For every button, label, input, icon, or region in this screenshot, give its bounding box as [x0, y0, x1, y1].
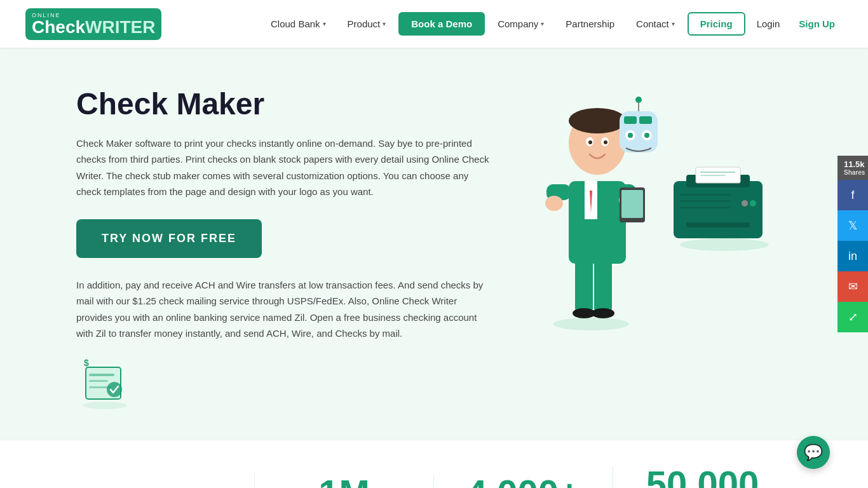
svg-point-34 [569, 108, 626, 133]
svg-point-43 [628, 133, 633, 138]
main-content: Check Maker Check Maker software to prin… [0, 48, 868, 440]
svg-point-23 [592, 308, 614, 318]
stats-section: Online Check Writer Key figures 1M Users… [0, 440, 868, 488]
email-icon: ✉ [848, 280, 858, 294]
svg-point-37 [588, 140, 592, 144]
chat-icon: 💬 [804, 444, 823, 461]
hero-body-text: In addition, pay and receive ACH and Wir… [76, 277, 489, 342]
logo[interactable]: ONLINE Check WRITER [25, 8, 161, 40]
nav-item-pricing[interactable]: Pricing [688, 12, 745, 36]
svg-point-47 [635, 97, 642, 103]
share-count: 11.5k Shares [837, 156, 868, 180]
svg-point-38 [604, 140, 607, 144]
svg-rect-20 [575, 257, 593, 315]
chevron-down-icon: ▾ [323, 20, 326, 27]
page-title: Check Maker [76, 86, 489, 123]
twitter-share-button[interactable]: 𝕏 [837, 210, 868, 241]
nav-login-button[interactable]: Login [749, 13, 788, 34]
social-share-sidebar: 11.5k Shares f 𝕏 in ✉ ⤢ [837, 156, 868, 332]
stat-customers: 4,000+ New Customers a Week [433, 475, 613, 488]
nav-item-contact[interactable]: Contact ▾ [627, 13, 684, 34]
svg-rect-32 [621, 190, 643, 218]
stat-number-users: 1M [268, 475, 421, 488]
nav-item-cloud-bank[interactable]: Cloud Bank ▾ [262, 13, 335, 34]
svg-point-14 [750, 200, 756, 207]
svg-point-15 [742, 200, 748, 207]
chevron-down-icon: ▾ [383, 20, 386, 27]
svg-rect-21 [594, 257, 612, 315]
svg-point-0 [83, 402, 127, 409]
logo-check-text: Check [32, 18, 85, 36]
printer-illustration [661, 143, 775, 251]
svg-rect-17 [680, 200, 731, 202]
hero-intro-text: Check Maker software to print your check… [76, 135, 489, 200]
svg-point-45 [644, 133, 649, 138]
svg-rect-40 [624, 116, 637, 124]
svg-rect-41 [639, 116, 652, 124]
twitter-icon: 𝕏 [848, 219, 858, 233]
try-now-button[interactable]: TRY NOW FOR FREE [76, 219, 262, 258]
share-icon: ⤢ [848, 310, 858, 324]
svg-point-29 [545, 196, 563, 211]
email-share-button[interactable]: ✉ [837, 271, 868, 302]
svg-rect-12 [700, 175, 726, 176]
logo-writer-text: WRITER [85, 18, 155, 36]
svg-rect-2 [89, 374, 114, 376]
svg-rect-13 [686, 222, 750, 227]
chevron-down-icon: ▾ [541, 20, 544, 27]
svg-point-19 [553, 318, 629, 330]
svg-point-7 [680, 238, 769, 251]
linkedin-icon: in [848, 250, 857, 263]
svg-rect-18 [680, 207, 731, 208]
chat-bubble-button[interactable]: 💬 [797, 436, 830, 469]
nav-item-product[interactable]: Product ▾ [339, 13, 395, 34]
nav-item-book-demo[interactable]: Book a Demo [398, 12, 485, 36]
nav-item-partnership[interactable]: Partnership [557, 13, 623, 34]
stat-number-customers: 4,000+ [447, 475, 600, 488]
svg-text:$: $ [84, 358, 89, 368]
svg-rect-3 [89, 380, 108, 382]
svg-point-5 [107, 382, 122, 397]
check-icon-decoration: $ [76, 355, 489, 414]
navigation: ONLINE Check WRITER Cloud Bank ▾ Product… [0, 0, 868, 48]
hero-left: Check Maker Check Maker software to prin… [76, 86, 489, 414]
stat-third: 50,000 + [613, 466, 792, 488]
check-writing-icon: $ [76, 355, 133, 412]
hero-illustration [515, 86, 782, 327]
share-button[interactable]: ⤢ [837, 302, 868, 332]
nav-links: Cloud Bank ▾ Product ▾ Book a Demo Compa… [262, 12, 843, 36]
nav-signup-button[interactable]: Sign Up [791, 13, 843, 34]
svg-rect-16 [680, 194, 731, 196]
stat-users: 1M Users [254, 475, 433, 488]
stat-number-third: 50,000 [626, 466, 779, 488]
nav-item-company[interactable]: Company ▾ [489, 13, 553, 34]
facebook-share-button[interactable]: f [837, 180, 868, 210]
person-illustration [521, 79, 661, 334]
linkedin-share-button[interactable]: in [837, 241, 868, 271]
svg-rect-8 [674, 181, 763, 238]
facebook-icon: f [851, 189, 854, 202]
illustration-container [515, 79, 782, 334]
chevron-down-icon: ▾ [672, 20, 675, 27]
svg-rect-11 [700, 172, 735, 173]
